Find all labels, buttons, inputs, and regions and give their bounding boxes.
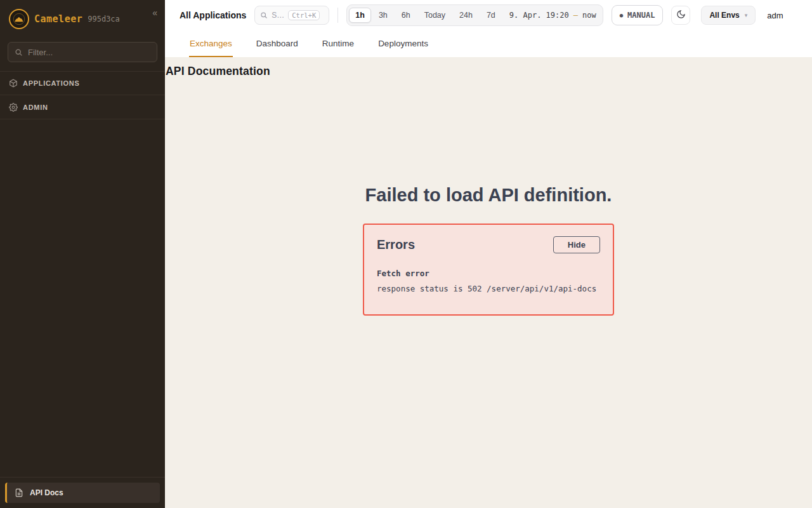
time-range-from: 9. Apr. 19:20 [509,11,569,20]
api-load-error-heading: Failed to load API definition. [165,185,812,206]
hide-errors-button[interactable]: Hide [553,236,600,253]
user-name[interactable]: adm [767,11,783,20]
filter-input[interactable] [28,48,150,57]
page-context-title: All Applications [180,10,246,20]
time-range-group: 1h 3h 6h Today 24h 7d 9. Apr. 19:20 — no… [346,4,603,26]
refresh-mode-button[interactable]: ● MANUAL [612,5,664,25]
page-title: API Documentation [165,57,812,78]
content-column: All Applications S… Ctrl+K 1h 3h 6h Toda… [165,0,812,508]
sidebar-item-api-docs[interactable]: API Docs [5,483,160,503]
search-icon [260,11,268,19]
time-range-3h[interactable]: 3h [372,8,394,23]
sidebar-item-admin[interactable]: ADMIN [0,95,165,119]
global-search[interactable]: S… Ctrl+K [254,6,329,25]
time-range-separator: — [573,11,578,20]
sidebar-item-applications[interactable]: APPLICATIONS [0,71,165,95]
dark-mode-toggle[interactable] [671,6,690,25]
chevron-down-icon: ▾ [745,12,748,18]
sidebar-footer: API Docs [0,477,165,508]
tab-deployments[interactable]: Deployments [377,30,429,57]
time-range-to: now [582,11,596,20]
search-icon [15,48,23,57]
sidebar-item-label: ADMIN [23,104,48,111]
env-select[interactable]: All Envs ▾ [701,6,756,25]
search-shortcut-kbd: Ctrl+K [288,10,320,20]
main-content: API Documentation Failed to load API def… [165,57,812,508]
time-range-7d[interactable]: 7d [480,8,502,23]
error-name: Fetch error [377,269,600,278]
divider [337,8,338,23]
camel-logo-icon [9,9,29,29]
errors-panel-title: Errors [377,237,415,252]
moon-icon [676,10,686,22]
app-root: Cameleer 995d3ca « APPLICATIONS [0,0,812,508]
sidebar: Cameleer 995d3ca « APPLICATIONS [0,0,165,508]
time-range-24h[interactable]: 24h [453,8,479,23]
app-logo-text: Cameleer [34,13,82,25]
sidebar-item-label: API Docs [30,488,63,497]
sidebar-item-label: APPLICATIONS [23,79,79,87]
time-range-1h[interactable]: 1h [349,8,371,23]
time-range-6h[interactable]: 6h [395,8,417,23]
document-icon [15,488,23,497]
status-dot-icon: ● [620,12,623,18]
tab-exchanges[interactable]: Exchanges [189,30,233,57]
app-version: 995d3ca [88,15,120,23]
tabs-bar: Exchanges Dashboard Runtime Deployments [165,30,812,57]
error-detail: response status is 502 /server/api/v1/ap… [377,284,600,293]
tab-runtime[interactable]: Runtime [322,30,355,57]
errors-panel-header: Errors Hide [377,236,600,253]
cube-icon [9,79,18,88]
refresh-mode-label: MANUAL [627,11,655,20]
time-range-display[interactable]: 9. Apr. 19:20 — now [509,11,596,20]
sidebar-header: Cameleer 995d3ca « [0,0,165,37]
search-placeholder-text: S… [272,11,284,20]
tab-dashboard[interactable]: Dashboard [256,30,299,57]
errors-panel: Errors Hide Fetch error response status … [363,224,614,316]
sidebar-collapse-icon[interactable]: « [152,8,157,18]
sidebar-filter-wrap [0,37,165,71]
gear-icon [9,103,18,112]
sidebar-filter-box[interactable] [8,42,157,62]
env-select-value: All Envs [709,11,739,20]
top-bar: All Applications S… Ctrl+K 1h 3h 6h Toda… [165,0,812,30]
time-range-today[interactable]: Today [418,8,452,23]
